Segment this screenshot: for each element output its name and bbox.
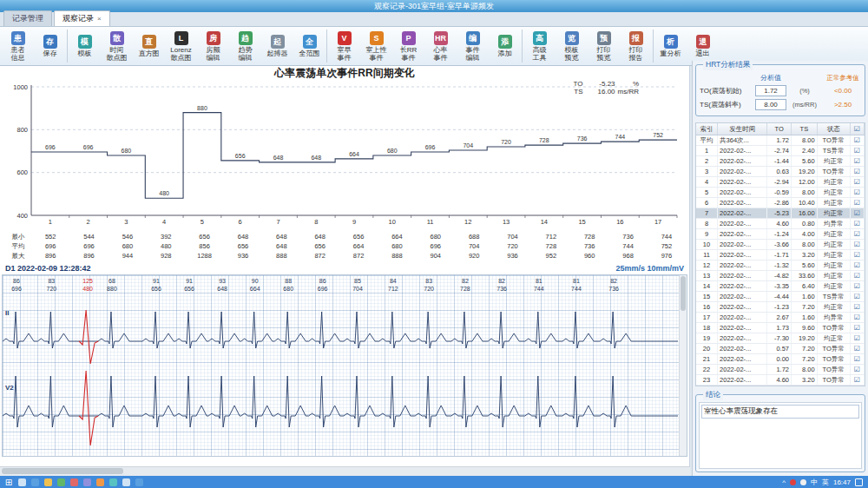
table-row[interactable]: 122022-02-...-1.325.60均正常☑ — [696, 260, 865, 271]
taskbar-app-icon-1[interactable] — [31, 478, 39, 486]
cell-checkbox[interactable]: ☑ — [850, 354, 864, 365]
tray-white-icon[interactable] — [800, 479, 806, 485]
cell-checkbox[interactable]: ☑ — [850, 167, 864, 177]
tray-red-icon[interactable] — [790, 479, 796, 485]
taskbar-app-icon-7[interactable] — [109, 478, 117, 486]
taskbar-app-icon-5[interactable] — [83, 478, 91, 486]
patient-info-button[interactable]: 患患者 信息 — [2, 29, 34, 64]
start-button[interactable]: ⊞ — [2, 478, 16, 487]
exit-button[interactable]: 退退出 — [687, 29, 719, 64]
cell-checkbox[interactable]: ☑ — [850, 313, 864, 323]
table-row[interactable]: 162022-02-...-1.237.20均正常☑ — [696, 302, 865, 313]
table-row[interactable]: 42022-02-...-2.9412.00均正常☑ — [696, 177, 865, 188]
table-row[interactable]: 22022-02-...-1.445.60均正常☑ — [696, 156, 865, 167]
taskbar-app-icon-2[interactable] — [44, 478, 52, 486]
conclusion-box[interactable]: 室性心率震荡现象存在 — [699, 402, 862, 469]
cell-checkbox[interactable]: ☑ — [850, 271, 864, 281]
cell-checkbox[interactable]: ☑ — [850, 344, 864, 354]
tab-record-management[interactable]: 记录管理 — [3, 10, 52, 26]
cell-checkbox[interactable]: ☑ — [850, 250, 864, 260]
full-range-button[interactable]: 全全范围 — [293, 29, 326, 64]
ecg-vertical-scrollbar[interactable] — [679, 275, 687, 456]
cell-checkbox[interactable]: ☑ — [850, 302, 864, 313]
table-row[interactable]: 平均共364次...1.728.00TO异常☑ — [696, 135, 865, 146]
time-scatter-button[interactable]: 散时间 散点图 — [101, 29, 133, 64]
cell-checkbox[interactable]: ☑ — [850, 219, 864, 229]
table-header-3[interactable]: TS — [792, 123, 818, 135]
table-row[interactable]: 212022-02-...0.007.20TO异常☑ — [696, 354, 865, 365]
taskbar-app-icon-8[interactable] — [122, 478, 130, 486]
table-row[interactable]: 172022-02-...2.671.60均异常☑ — [696, 313, 865, 323]
table-row[interactable]: 62022-02-...-2.8610.40均正常☑ — [696, 198, 865, 208]
print-report-button[interactable]: 报打印 报告 — [620, 29, 652, 64]
table-row[interactable]: 192022-02-...-7.3019.20均正常☑ — [696, 333, 865, 344]
table-row[interactable]: 72022-02-...-5.2316.00均正常☑ — [696, 208, 865, 219]
table-row[interactable]: 52022-02-...-0.598.00均正常☑ — [696, 188, 865, 198]
notification-icon[interactable] — [855, 478, 863, 486]
cell-checkbox[interactable]: ☑ — [850, 365, 864, 375]
table-row[interactable]: 232022-02-...4.603.20TO异常☑ — [696, 375, 865, 386]
table-header-2[interactable]: TO — [767, 123, 792, 135]
taskbar-app-icon-9[interactable] — [135, 478, 143, 486]
table-row[interactable]: 82022-02-...4.600.80均异常☑ — [696, 219, 865, 229]
ecg-horizontal-scrollbar[interactable] — [0, 466, 690, 476]
cell-checkbox[interactable]: ☑ — [850, 375, 864, 386]
cell-checkbox[interactable]: ☑ — [850, 333, 864, 344]
print-preview-button[interactable]: 预打印 预览 — [588, 29, 620, 64]
add-button[interactable]: 添添加 — [489, 29, 521, 64]
ecg-strip[interactable]: IIV2866968372012548068880916569165693648… — [2, 274, 687, 457]
event-edit-button[interactable]: 编事件 编辑 — [457, 29, 489, 64]
cell-checkbox[interactable]: ☑ — [850, 146, 864, 156]
hrt-row-value[interactable]: 1.72 — [755, 85, 786, 96]
histogram-button[interactable]: 直直方图 — [133, 29, 165, 64]
tab-observe-record[interactable]: 观察记录 × — [54, 10, 110, 26]
clock[interactable]: 16:47 — [833, 478, 851, 486]
trend-edit-button[interactable]: 趋趋势 编辑 — [229, 29, 261, 64]
taskbar-app-icon-0[interactable] — [18, 478, 26, 486]
table-row[interactable]: 202022-02-...0.577.20TO异常☑ — [696, 344, 865, 354]
ime-language-cn[interactable]: 中 — [811, 478, 818, 487]
ime-language-en[interactable]: 英 — [822, 478, 829, 487]
cell-checkbox[interactable]: ☑ — [850, 292, 864, 302]
lorenz-scatter-button[interactable]: LLorenz 散点图 — [165, 29, 197, 64]
taskbar-app-icon-3[interactable] — [57, 478, 65, 486]
cell-checkbox[interactable]: ☑ — [850, 177, 864, 188]
taskbar-app-icon-6[interactable] — [96, 478, 104, 486]
table-header-4[interactable]: 状态 — [817, 123, 850, 135]
taskbar-app-icon-4[interactable] — [70, 478, 78, 486]
table-row[interactable]: 92022-02-...-1.244.00均正常☑ — [696, 229, 865, 240]
cell-checkbox[interactable]: ☑ — [850, 323, 864, 333]
cell-checkbox[interactable]: ☑ — [850, 240, 864, 250]
table-row[interactable]: 132022-02-...-4.8233.60均正常☑ — [696, 271, 865, 281]
template-preview-button[interactable]: 览模板 预览 — [556, 29, 588, 64]
reanalyze-button[interactable]: 析重分析 — [654, 29, 687, 64]
table-header-1[interactable]: 发生时间 — [718, 123, 767, 135]
table-row[interactable]: 182022-02-...1.739.60TO异常☑ — [696, 323, 865, 333]
svpb-event-button[interactable]: S室上性 事件 — [360, 29, 392, 64]
cell-checkbox[interactable]: ☑ — [850, 260, 864, 271]
tray-chevron-icon[interactable]: ^ — [782, 478, 786, 486]
hrt-row-value[interactable]: 8.00 — [755, 99, 786, 110]
cell-checkbox[interactable]: ☑ — [850, 229, 864, 240]
table-row[interactable]: 152022-02-...-4.441.60TS异常☑ — [696, 292, 865, 302]
template-button[interactable]: 模模板 — [69, 29, 101, 64]
table-header-5[interactable]: ☑ — [850, 123, 864, 135]
cell-checkbox[interactable]: ☑ — [850, 198, 864, 208]
advanced-tools-button[interactable]: 高高级 工具 — [523, 29, 556, 64]
table-row[interactable]: 222022-02-...1.728.00TO异常☑ — [696, 365, 865, 375]
long-rr-event-button[interactable]: P长RR 事件 — [392, 29, 424, 64]
table-row[interactable]: 32022-02-...0.6319.20TO异常☑ — [696, 167, 865, 177]
table-row[interactable]: 102022-02-...-3.668.00均正常☑ — [696, 240, 865, 250]
cell-checkbox[interactable]: ☑ — [850, 188, 864, 198]
pvc-event-button[interactable]: V室早 事件 — [328, 29, 360, 64]
table-header-0[interactable]: 索引 — [696, 123, 718, 135]
cell-checkbox[interactable]: ☑ — [850, 281, 864, 292]
table-row[interactable]: 12022-02-...-2.742.40TS异常☑ — [696, 146, 865, 156]
pacemaker-button[interactable]: 起起搏器 — [261, 29, 293, 64]
tab-close-icon[interactable]: × — [97, 15, 102, 23]
table-row[interactable]: 112022-02-...-1.713.20均正常☑ — [696, 250, 865, 260]
cell-checkbox[interactable]: ☑ — [850, 135, 864, 146]
table-row[interactable]: 142022-02-...-3.356.40均正常☑ — [696, 281, 865, 292]
save-button[interactable]: 存保存 — [34, 29, 66, 64]
scroll-thumb[interactable] — [681, 276, 686, 311]
